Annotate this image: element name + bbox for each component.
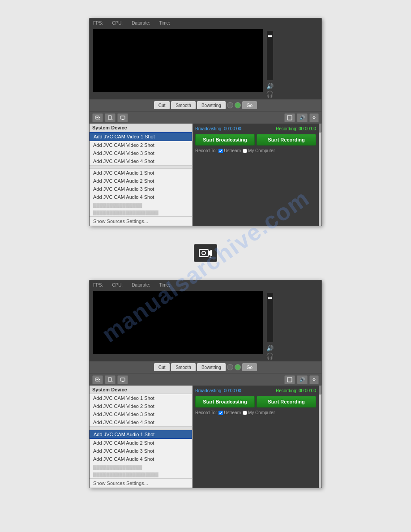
- mycomputer-check-input-2[interactable]: [243, 411, 247, 415]
- mycomputer-label-2: My Computer: [248, 410, 275, 415]
- monitor-btn-1[interactable]: [117, 113, 128, 122]
- transition-bar-1: Cut Smooth Bowstring Go: [90, 99, 321, 111]
- volume-icon[interactable]: 🔊: [266, 83, 274, 90]
- sources-panel-1: System Device Add JVC CAM Video 1 Shot A…: [90, 124, 193, 226]
- app-window-2: FPS: CPU: Datarate: Time: 🔊 🎧 Cut Smooth…: [89, 280, 322, 488]
- camera-add-standalone[interactable]: +: [194, 244, 217, 262]
- preview-area-2: 🔊 🎧: [90, 289, 321, 361]
- source-item-w1-2[interactable]: Add JVC CAM Video 3 Shot: [90, 149, 192, 157]
- camera-add-btn-1[interactable]: +: [92, 113, 103, 122]
- ustream-checkbox-1[interactable]: Ustream: [218, 148, 241, 153]
- meter-indicator-2: [268, 297, 272, 299]
- source-item-w2-3[interactable]: Add JVC CAM Video 4 Shot: [90, 418, 192, 426]
- source-item-w2-6[interactable]: Add JVC CAM Audio 3 Shot: [90, 447, 192, 455]
- settings-btn-1[interactable]: ⚙: [309, 113, 319, 122]
- monitor-btn-2[interactable]: [117, 375, 128, 384]
- start-broadcasting-button-2[interactable]: Start Broadcasting: [195, 396, 255, 408]
- svg-text:+: +: [209, 255, 212, 258]
- ustream-checkbox-2[interactable]: Ustream: [218, 410, 241, 415]
- mycomputer-label-1: My Computer: [248, 148, 275, 153]
- trans-circle-2[interactable]: [227, 364, 233, 370]
- cut-button-1[interactable]: Cut: [154, 101, 170, 109]
- source-item-w1-1[interactable]: Add JVC CAM Video 2 Shot: [90, 141, 192, 149]
- file-add-btn-1[interactable]: +: [105, 113, 116, 122]
- time-label-2: Time:: [159, 283, 170, 287]
- source-item-w1-6[interactable]: Add JVC CAM Audio 3 Shot: [90, 185, 192, 193]
- fps-label: FPS:: [93, 21, 103, 26]
- source-item-w2-7[interactable]: Add JVC CAM Audio 4 Shot: [90, 455, 192, 463]
- svg-point-1: [97, 117, 98, 118]
- source-item-w2-blurred1: ▓▓▓▓▓▓▓▓▓▓▓▓▓▓▓: [90, 463, 192, 471]
- source-item-w2-0[interactable]: Add JVC CAM Video 1 Shot: [90, 394, 192, 402]
- datarate-label-2: Datarate:: [132, 283, 150, 287]
- source-item-w1-3[interactable]: Add JVC CAM Video 4 Shot: [90, 157, 192, 165]
- record-to-label-2: Record To:: [195, 410, 217, 415]
- source-item-w2-5[interactable]: Add JVC CAM Audio 2 Shot: [90, 439, 192, 447]
- svg-text:+: +: [99, 380, 101, 382]
- volume-icon-2[interactable]: 🔊: [266, 345, 274, 352]
- smooth-button-2[interactable]: Smooth: [171, 363, 195, 371]
- svg-rect-20: [122, 381, 124, 382]
- trans-circle-active-2[interactable]: [235, 364, 241, 370]
- bowstring-button-2[interactable]: Bowstring: [197, 363, 226, 371]
- start-recording-button-1[interactable]: Start Recording: [257, 134, 316, 146]
- broadcast-info-2: Broadcasting: 00:00:00 Recording: 00:00:…: [195, 388, 316, 393]
- source-item-w1-7[interactable]: Add JVC CAM Audio 4 Shot: [90, 193, 192, 201]
- broadcasting-time-2: Broadcasting: 00:00:00: [195, 388, 241, 393]
- audio-btn-2[interactable]: 🔊: [297, 375, 308, 384]
- scrollbar-2[interactable]: [319, 386, 321, 488]
- cut-button-2[interactable]: Cut: [154, 363, 170, 371]
- ustream-check-input-1[interactable]: [218, 149, 223, 153]
- action-buttons-2: Start Broadcasting Start Recording: [195, 396, 316, 408]
- source-item-w1-4[interactable]: Add JVC CAM Audio 1 Shot: [90, 169, 192, 177]
- settings-btn-2[interactable]: ⚙: [309, 375, 319, 384]
- go-button-1[interactable]: Go: [242, 101, 257, 109]
- mycomputer-checkbox-2[interactable]: My Computer: [243, 410, 275, 415]
- trans-circle-1[interactable]: [227, 102, 233, 108]
- smooth-button-1[interactable]: Smooth: [171, 101, 195, 109]
- transition-bar-2: Cut Smooth Bowstring Go: [90, 361, 321, 373]
- source-item-w1-0[interactable]: Add JVC CAM Video 1 Shot: [90, 132, 192, 141]
- ustream-label-1: Ustream: [224, 148, 241, 153]
- show-sources-settings-1[interactable]: Show Sources Settings...: [90, 216, 192, 226]
- mycomputer-checkbox-1[interactable]: My Computer: [243, 148, 275, 153]
- action-buttons-1: Start Broadcasting Start Recording: [195, 134, 316, 146]
- mycomputer-check-input-1[interactable]: [243, 149, 247, 153]
- volume-meter-2: 🔊 🎧: [266, 291, 274, 360]
- camera-add-btn-2[interactable]: +: [92, 375, 103, 384]
- time-label: Time:: [159, 21, 170, 26]
- source-item-w2-4[interactable]: Add JVC CAM Audio 1 Shot: [90, 430, 192, 439]
- go-button-2[interactable]: Go: [242, 363, 257, 371]
- broadcasting-time-1: Broadcasting: 00:00:00: [195, 126, 241, 131]
- audio-btn-1[interactable]: 🔊: [297, 113, 308, 122]
- ustream-check-input-2[interactable]: [218, 411, 223, 415]
- trans-circle-active-1[interactable]: [235, 102, 241, 108]
- headphone-icon-2[interactable]: 🎧: [266, 352, 274, 360]
- start-recording-button-2[interactable]: Start Recording: [257, 396, 316, 408]
- icon-section: +: [194, 240, 217, 266]
- source-item-w2-blurred2: ▓▓▓▓▓▓▓▓▓▓▓▓▓▓▓▓▓▓▓▓: [90, 471, 192, 478]
- volume-meter-1: 🔊 🎧: [266, 29, 274, 98]
- recording-time-1: Recording: 00:00:00: [276, 126, 316, 131]
- start-broadcasting-button-1[interactable]: Start Broadcasting: [195, 134, 255, 146]
- source-item-w2-1[interactable]: Add JVC CAM Video 2 Shot: [90, 402, 192, 410]
- control-panel-2: Broadcasting: 00:00:00 Recording: 00:00:…: [193, 386, 319, 488]
- scroll-thumb-1[interactable]: [319, 124, 321, 133]
- scrollbar-1[interactable]: [319, 124, 321, 226]
- file-add-btn-2[interactable]: +: [105, 375, 116, 384]
- show-sources-settings-2[interactable]: Show Sources Settings...: [90, 478, 192, 488]
- control-panel-1: Broadcasting: 00:00:00 Recording: 00:00:…: [193, 124, 319, 226]
- bowstring-button-1[interactable]: Bowstring: [197, 101, 226, 109]
- source-item-w1-blurred1: ▓▓▓▓▓▓▓▓▓▓▓▓▓▓▓: [90, 201, 192, 209]
- record-to-row-1: Record To: Ustream My Computer: [195, 148, 316, 153]
- scroll-thumb-2[interactable]: [319, 386, 321, 395]
- source-item-w1-5[interactable]: Add JVC CAM Audio 2 Shot: [90, 177, 192, 185]
- meter-bar-1: [267, 31, 273, 80]
- svg-rect-9: [199, 249, 208, 257]
- headphone-icon[interactable]: 🎧: [266, 90, 274, 98]
- app-window-1: FPS: CPU: Datarate: Time: 🔊 🎧 Cut Smooth…: [89, 18, 322, 226]
- fullscreen-btn-2[interactable]: [284, 375, 295, 384]
- fullscreen-btn-1[interactable]: [284, 113, 295, 122]
- source-item-w2-2[interactable]: Add JVC CAM Video 3 Shot: [90, 410, 192, 418]
- svg-rect-17: [108, 378, 111, 382]
